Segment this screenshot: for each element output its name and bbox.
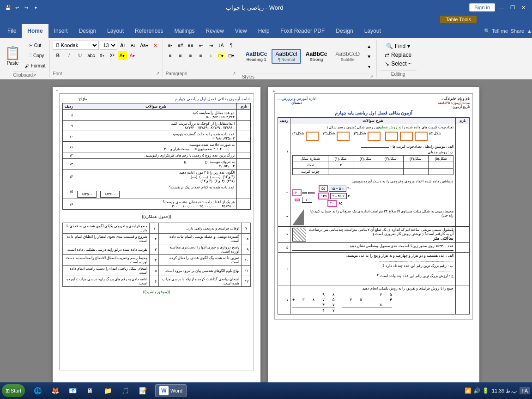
find-button[interactable]: 🔍 Find ▾ <box>385 42 411 50</box>
system-clock[interactable]: 11:39 ب.ظ <box>492 387 517 394</box>
styles-down-button[interactable]: ▼ <box>364 52 374 61</box>
decrease-indent-button[interactable]: ⇤ <box>196 41 206 50</box>
borders-button[interactable]: ⊡▾ <box>227 51 236 60</box>
superscript-button[interactable]: X² <box>108 51 117 60</box>
minimize-button[interactable]: — <box>497 3 506 12</box>
show-marks-button[interactable]: ¶ <box>227 41 236 50</box>
close-button[interactable]: ✕ <box>519 3 528 12</box>
word-label: Word <box>170 388 182 393</box>
tab-file[interactable]: File <box>2 24 22 38</box>
select-button[interactable]: ↘ Select ~ <box>383 60 413 67</box>
style-strong[interactable]: AaBbCc Strong <box>302 49 331 64</box>
title-bar-left: 💾 ↩ ↪ ▾ <box>4 3 40 12</box>
taskbar-firefox[interactable]: 🦊 <box>47 384 63 397</box>
table-tools-label: Table Tools <box>440 16 477 23</box>
volume-tray-icon[interactable]: 🔊 <box>473 387 480 394</box>
increase-indent-button[interactable]: ⇥ <box>206 41 216 50</box>
align-center-button[interactable]: ≡ <box>176 51 185 60</box>
tab-review[interactable]: Review <box>200 24 229 38</box>
taskbar-media[interactable]: 🎵 <box>117 384 133 397</box>
cut-button[interactable]: ✂ Cut <box>24 41 47 50</box>
taskbar-ie[interactable]: 🌐 <box>29 384 46 397</box>
tab-insert[interactable]: Insert <box>48 24 73 38</box>
restore-button[interactable]: ❐ <box>508 3 517 12</box>
shading-button[interactable]: □▾ <box>217 51 226 60</box>
bold-button[interactable]: B <box>53 51 63 60</box>
strikethrough-button[interactable]: abc <box>86 51 96 60</box>
signin-button[interactable]: Sign in <box>469 3 495 12</box>
text-highlight-button[interactable]: A▾ <box>118 51 127 60</box>
tab-mailings[interactable]: Mailings <box>169 24 200 38</box>
change-case-button[interactable]: Aa▾ <box>139 41 149 50</box>
style-heading1[interactable]: AaBbCc Heading 1 <box>242 49 271 64</box>
style-subtitle[interactable]: AaBbCcD Subtitle <box>332 49 363 64</box>
lang-indicator[interactable]: FA <box>520 387 530 394</box>
style-normal[interactable]: AaBbCcI ¶ Normal <box>272 49 301 64</box>
styles-up-button[interactable]: ▲ <box>364 42 374 51</box>
page2-handle[interactable]: + <box>270 89 275 94</box>
undo-icon[interactable]: ↩ <box>13 3 21 12</box>
redo-icon[interactable]: ↪ <box>22 3 30 12</box>
q6-intro: الف : عدد هشتصد و دو هزار و چهارصد و ته … <box>292 254 453 258</box>
format-painter-button[interactable]: 🖌 Format <box>24 61 47 70</box>
share-button[interactable]: Share <box>511 28 524 34</box>
tell-me-field[interactable]: 🔍 Tell me <box>484 28 508 34</box>
taskbar-folder[interactable]: 📁 <box>99 384 116 397</box>
tab-home[interactable]: Home <box>22 24 48 38</box>
tab-help[interactable]: Help <box>253 24 275 38</box>
shrink-font-button[interactable]: A↓ <box>128 41 138 50</box>
battery-tray-icon[interactable]: 🔋 <box>482 387 489 394</box>
start-button[interactable]: ⊞ Start <box>2 384 25 397</box>
q1-inner-table: شکل(۵) شکل(۴) شکل(۳) شکل(۲) شکل(۱) شماره… <box>292 155 453 175</box>
save-icon[interactable]: 💾 <box>4 3 12 12</box>
page-2: تام و نام خانوادگی: مدت آزمون: ۴۵دقیقه ت… <box>268 87 479 387</box>
num-cell: ۱۳ <box>63 159 75 169</box>
align-right-button[interactable]: ≡ <box>186 51 195 60</box>
col-questions: شرح سوالات <box>75 103 237 110</box>
qa-dropdown-icon[interactable]: ▾ <box>31 3 40 12</box>
replace-button[interactable]: ⇄ Replace <box>383 51 413 59</box>
table-row: بامقبول سیمی مربعی ساخته ایم که اندازه ی… <box>278 227 470 243</box>
shape3 <box>368 132 381 141</box>
sort-button[interactable]: ↕A <box>217 41 226 50</box>
q1-sub2: ب : روش جدولی : <box>292 150 453 154</box>
bullets-button[interactable]: ≡• <box>166 41 175 50</box>
tab-layout[interactable]: Layout <box>102 24 129 38</box>
subscript-button[interactable]: X₂ <box>97 51 107 60</box>
page1-handle[interactable]: + <box>54 89 58 92</box>
copy-button[interactable]: 📄 Copy <box>24 51 47 60</box>
tab-table-design[interactable]: Design <box>330 24 358 38</box>
font-name-select[interactable]: B Koodak <box>53 41 99 50</box>
multilevel-button[interactable]: ≡≡ <box>186 41 195 50</box>
word-icon: W <box>159 386 169 395</box>
editing-group: 🔍 Find ▾ ⇄ Replace ↘ Select ~ Editing <box>377 40 419 77</box>
score-cell <box>237 152 251 159</box>
find-icon: 🔍 <box>386 43 393 49</box>
styles-more-button[interactable]: ▾ <box>364 62 374 71</box>
score-cell <box>237 121 251 131</box>
font-color-button[interactable]: A▾ <box>128 51 137 60</box>
taskbar-monitor[interactable]: 🖥 <box>82 384 98 397</box>
line-spacing-button[interactable]: ↕ <box>206 51 216 60</box>
taskbar-email[interactable]: 📧 <box>64 384 81 397</box>
clear-format-button[interactable]: ✕ <box>151 41 160 50</box>
grow-font-button[interactable]: A↑ <box>118 41 127 50</box>
tab-view[interactable]: View <box>230 24 253 38</box>
underline-button[interactable]: U <box>75 51 85 60</box>
taskbar-notepad[interactable]: 📝 <box>134 384 151 397</box>
justify-button[interactable]: ≡ <box>196 51 206 60</box>
styles-scroll: ▲ ▼ ▾ <box>364 42 374 71</box>
tab-foxit[interactable]: Foxit Reader PDF <box>275 24 330 38</box>
tab-table-layout[interactable]: Layout <box>359 24 387 38</box>
numbering-button[interactable]: ≡# <box>176 41 185 50</box>
font-size-select[interactable]: 13 <box>100 41 117 50</box>
network-tray-icon[interactable]: 📶 <box>465 387 472 394</box>
italic-button[interactable]: I <box>64 51 74 60</box>
taskbar-word[interactable]: W Word <box>155 384 187 397</box>
paste-button[interactable]: 📋 Paste <box>3 41 23 70</box>
align-left-button[interactable]: ≡ <box>166 51 175 60</box>
tab-references[interactable]: References <box>129 24 169 38</box>
table-row: ۸ گسترده نویسی و عضله نویسی اتمام ثبات د… <box>63 234 251 244</box>
tab-design[interactable]: Design <box>73 24 102 38</box>
ribbon-collapse-button[interactable]: ▲ <box>527 28 532 34</box>
